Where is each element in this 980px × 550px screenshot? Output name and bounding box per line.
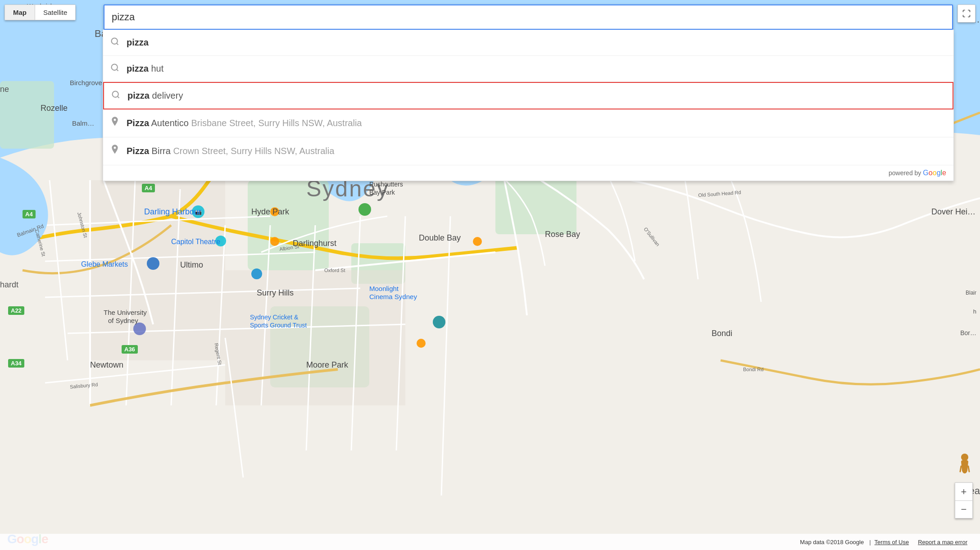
search-input[interactable] <box>104 5 952 29</box>
svg-point-18 <box>251 268 262 279</box>
svg-point-17 <box>147 257 159 270</box>
autocomplete-item-pizza-hut[interactable]: pizza hut <box>103 56 953 82</box>
svg-point-23 <box>417 339 426 348</box>
autocomplete-item-5-rest: Birra <box>152 146 171 156</box>
map-data-text: Map data ©2018 Google <box>800 539 864 545</box>
search-icon-2 <box>110 63 119 74</box>
separator-pipe: | <box>869 539 871 545</box>
autocomplete-dropdown: pizza pizza hut pizza <box>103 30 954 181</box>
autocomplete-item-4-rest: Autentico <box>151 118 188 128</box>
search-container: pizza pizza hut pizza <box>104 5 953 30</box>
svg-rect-9 <box>225 270 405 405</box>
autocomplete-item-5-detail: Crown Street, Surry Hills NSW, Australia <box>173 146 334 156</box>
svg-point-19 <box>133 323 146 335</box>
pin-icon-1 <box>110 117 119 130</box>
autocomplete-item-3-bold: pizza <box>127 91 150 100</box>
autocomplete-item-3-text: pizza delivery <box>127 91 183 101</box>
autocomplete-item-5-bold: Pizza <box>127 146 149 156</box>
svg-point-28 <box>961 454 968 461</box>
search-icon-3 <box>111 90 120 101</box>
autocomplete-item-4-detail: Brisbane Street, Surry Hills NSW, Austra… <box>191 118 362 128</box>
google-letter-o2: o <box>933 169 937 177</box>
autocomplete-item-pizza[interactable]: pizza <box>103 30 953 56</box>
autocomplete-item-2-bold: pizza <box>127 64 149 73</box>
autocomplete-item-4-text: Pizza Autentico Brisbane Street, Surry H… <box>127 118 362 128</box>
autocomplete-item-1-text: pizza <box>127 37 149 48</box>
autocomplete-item-3-rest: delivery <box>152 91 183 100</box>
autocomplete-item-2-rest: hut <box>151 64 163 73</box>
report-link[interactable]: Report a map error <box>918 539 967 545</box>
svg-point-24 <box>473 237 482 246</box>
svg-point-26 <box>112 64 118 70</box>
powered-by-google: powered by Google <box>103 165 953 181</box>
search-icon-1 <box>110 37 119 48</box>
google-logo-autocomplete: Google <box>923 169 946 177</box>
autocomplete-item-pizza-autentico[interactable]: Pizza Autentico Brisbane Street, Surry H… <box>103 109 953 137</box>
map-type-controls: Map Satellite <box>5 5 76 20</box>
map-type-satellite-button[interactable]: Satellite <box>35 5 75 20</box>
svg-point-13 <box>215 236 226 246</box>
autocomplete-item-2-text: pizza hut <box>127 64 163 74</box>
terms-link[interactable]: Terms of Use <box>875 539 909 545</box>
zoom-out-button[interactable]: − <box>955 500 973 518</box>
svg-rect-5 <box>0 81 54 149</box>
google-letter-g1: G <box>923 169 928 177</box>
bottom-bar: Map data ©2018 Google | Terms of Use Rep… <box>0 534 980 550</box>
autocomplete-item-pizza-birra[interactable]: Pizza Birra Crown Street, Surry Hills NS… <box>103 137 953 165</box>
zoom-controls: + − <box>955 482 973 518</box>
svg-rect-2 <box>248 180 329 270</box>
map-type-map-button[interactable]: Map <box>5 5 35 20</box>
google-letter-o1: o <box>929 169 933 177</box>
streetview-button[interactable] <box>957 454 973 478</box>
svg-point-12 <box>270 207 279 216</box>
autocomplete-item-pizza-delivery[interactable]: pizza delivery <box>103 82 953 109</box>
fullscreen-button[interactable] <box>957 5 975 23</box>
svg-rect-8 <box>90 180 225 360</box>
search-input-wrapper <box>104 5 953 30</box>
svg-point-20 <box>433 316 445 328</box>
google-letter-g2: g <box>937 169 941 177</box>
autocomplete-item-1-bold: pizza <box>127 37 149 47</box>
svg-point-21 <box>270 237 279 246</box>
pin-icon-2 <box>110 145 119 158</box>
powered-by-text: powered by <box>889 169 921 177</box>
svg-point-25 <box>112 38 118 44</box>
zoom-in-button[interactable]: + <box>955 482 973 500</box>
svg-point-14 <box>358 203 371 216</box>
google-letter-e: e <box>942 169 946 177</box>
svg-point-27 <box>113 91 118 97</box>
svg-text:📷: 📷 <box>195 209 202 215</box>
autocomplete-item-5-text: Pizza Birra Crown Street, Surry Hills NS… <box>127 146 334 156</box>
autocomplete-item-4-bold: Pizza <box>127 118 149 128</box>
